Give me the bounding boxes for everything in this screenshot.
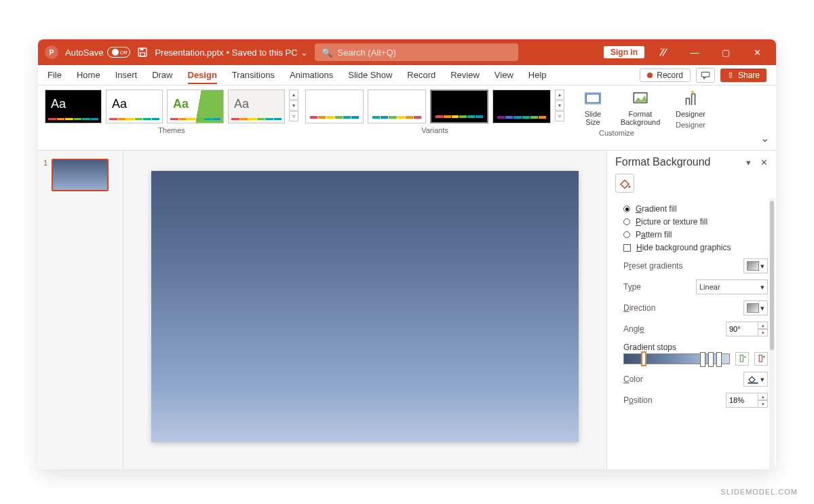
slide-size-label: Slide Size — [585, 110, 601, 126]
theme-thumbnail[interactable]: Aa — [106, 90, 163, 123]
svg-rect-1 — [140, 48, 144, 50]
comments-button[interactable] — [696, 68, 715, 83]
spin-down-icon[interactable]: ▾ — [758, 329, 768, 336]
document-title[interactable]: Presentation.pptx • Saved to this PC ⌄ — [155, 47, 307, 58]
tab-review[interactable]: Review — [450, 70, 480, 80]
slide-thumbnail-1[interactable]: 1 — [43, 159, 117, 191]
more-icon: ▿ — [555, 111, 564, 121]
scrollbar-thumb[interactable] — [770, 201, 774, 350]
spin-up-icon[interactable]: ▴ — [758, 393, 768, 400]
designer-button[interactable]: Designer — [669, 90, 712, 118]
tab-file[interactable]: File — [47, 70, 62, 80]
radio-icon — [623, 231, 630, 238]
add-gradient-stop-button[interactable] — [735, 352, 749, 366]
add-stop-icon — [737, 354, 747, 364]
gradient-swatch-icon — [747, 261, 759, 271]
fill-option-picture[interactable]: Picture or texture fill — [623, 217, 768, 227]
paint-bucket-icon — [619, 177, 631, 189]
variant-thumbnail[interactable] — [305, 90, 364, 123]
variant-thumbnail[interactable] — [430, 90, 488, 123]
picture-fill-label: icture or texture fill — [641, 217, 708, 227]
fill-option-gradient[interactable]: Gradient fill — [623, 204, 768, 214]
remove-stop-icon — [756, 354, 766, 364]
angle-value[interactable] — [726, 322, 758, 336]
share-button[interactable]: ⇧Share — [720, 69, 767, 82]
preset-gradients-dropdown[interactable]: ▾ — [743, 258, 768, 273]
minimize-button[interactable]: — — [682, 39, 707, 65]
themes-gallery-more[interactable]: ▴▾▿ — [289, 90, 298, 121]
ribbon-mode-icon[interactable] — [651, 39, 676, 65]
tab-view[interactable]: View — [495, 70, 513, 80]
slide-preview-icon — [52, 159, 109, 191]
theme-thumbnail[interactable]: Aa — [45, 90, 102, 123]
pane-options-icon[interactable]: ▾ — [746, 157, 751, 168]
share-icon: ⇧ — [727, 71, 734, 80]
tab-draw[interactable]: Draw — [152, 70, 172, 80]
gradient-stop[interactable] — [641, 351, 646, 366]
remove-gradient-stop-button[interactable] — [754, 352, 768, 366]
spin-up-icon[interactable]: ▴ — [758, 322, 768, 329]
down-arrow-icon: ▾ — [555, 100, 564, 111]
gradient-fill-label: radient fill — [642, 204, 676, 214]
tab-design[interactable]: Design — [188, 70, 217, 84]
type-value: Linear — [699, 283, 720, 291]
maximize-button[interactable]: ▢ — [714, 39, 738, 65]
gradient-stop[interactable] — [700, 352, 705, 367]
slide-size-icon — [584, 90, 602, 107]
theme-thumbnail[interactable]: Aa — [228, 90, 285, 123]
tab-help[interactable]: Help — [528, 70, 547, 80]
gradient-stop[interactable] — [716, 352, 722, 367]
tab-insert[interactable]: Insert — [115, 70, 138, 80]
ribbon-tabs: File Home Insert Draw Design Transitions… — [38, 65, 776, 85]
angle-input[interactable]: ▴▾ — [726, 322, 768, 336]
workspace: 1 Format Background ▾ ✕ Gradient fill Pi… — [38, 151, 776, 469]
pane-close-button[interactable]: ✕ — [760, 157, 768, 168]
pattern-fill-label: ttern fill — [646, 230, 672, 239]
position-row: Position ▴▾ — [623, 393, 768, 408]
down-arrow-icon: ▾ — [289, 100, 298, 111]
variant-thumbnail[interactable] — [492, 90, 551, 123]
thumb-number: 1 — [43, 159, 47, 191]
up-arrow-icon: ▴ — [289, 90, 298, 100]
color-dropdown[interactable]: ▾ — [743, 372, 768, 387]
tab-slideshow[interactable]: Slide Show — [348, 70, 392, 80]
fill-option-pattern[interactable]: Pattern fill — [623, 230, 768, 239]
spin-down-icon[interactable]: ▾ — [758, 400, 768, 408]
svg-point-7 — [628, 186, 630, 188]
toggle-switch[interactable]: Off — [107, 47, 130, 58]
toggle-knob-icon — [112, 49, 119, 56]
direction-dropdown[interactable]: ▾ — [743, 301, 768, 315]
search-placeholder: Search (Alt+Q) — [338, 47, 396, 58]
position-value[interactable] — [726, 393, 758, 408]
collapse-ribbon-icon[interactable]: ⌄ — [760, 132, 769, 144]
gradient-stop[interactable] — [708, 352, 714, 367]
close-button[interactable]: ✕ — [745, 39, 769, 65]
tab-transitions[interactable]: Transitions — [232, 70, 275, 80]
format-background-button[interactable]: Format Background — [619, 90, 662, 126]
slide-size-button[interactable]: Slide Size — [571, 90, 615, 126]
record-button[interactable]: Record — [640, 69, 691, 82]
position-input[interactable]: ▴▾ — [726, 393, 768, 408]
theme-thumbnail[interactable]: Aa — [167, 90, 224, 123]
variants-gallery-more[interactable]: ▴▾▿ — [555, 90, 564, 121]
autosave-toggle[interactable]: AutoSave Off — [65, 47, 130, 58]
chevron-down-icon: ▾ — [760, 283, 764, 292]
tab-home[interactable]: Home — [77, 70, 100, 80]
search-input[interactable]: 🔍 Search (Alt+Q) — [315, 43, 518, 61]
preset-gradients-row: Preset gradients ▾ — [623, 258, 768, 273]
type-dropdown[interactable]: Linear▾ — [696, 279, 768, 294]
slide-canvas[interactable] — [151, 171, 579, 442]
variant-thumbnail[interactable] — [368, 90, 426, 123]
tab-record[interactable]: Record — [407, 70, 435, 80]
autosave-label: AutoSave — [65, 47, 103, 58]
gradient-stops-bar[interactable] — [623, 353, 730, 364]
fill-tab-button[interactable] — [615, 174, 634, 193]
save-icon[interactable] — [137, 47, 148, 58]
pane-scrollbar[interactable] — [769, 198, 775, 469]
tab-animations[interactable]: Animations — [290, 70, 333, 80]
record-dot-icon — [647, 73, 653, 78]
sign-in-button[interactable]: Sign in — [604, 46, 644, 58]
chevron-down-icon: ▾ — [760, 375, 764, 384]
record-label: Record — [657, 71, 683, 80]
hide-bg-graphics-checkbox[interactable]: Hide background graphics — [623, 243, 768, 252]
